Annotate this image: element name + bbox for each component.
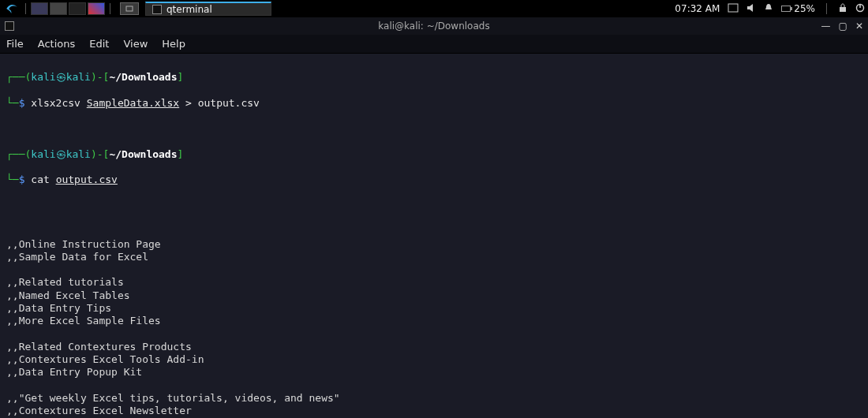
separator [25, 3, 26, 14]
quicklaunch [31, 2, 105, 15]
taskbar-window-button[interactable]: qterminal [145, 2, 271, 16]
cmd-arg: output.csv [56, 174, 118, 185]
menubar: File Actions Edit View Help [0, 35, 868, 54]
terminal-area[interactable]: ┌──(kali㉿kali)-[~/Downloads] └─$ xlsx2cs… [0, 54, 868, 418]
battery-indicator[interactable]: 25% [781, 3, 815, 14]
quicklaunch-item[interactable] [88, 2, 105, 15]
svg-rect-2 [840, 7, 846, 12]
cmd-bin: xlsx2csv [31, 97, 80, 109]
terminal-output: ,,Online Instruction Page ,,Sample Data … [6, 238, 605, 419]
separator [826, 3, 827, 14]
close-button[interactable]: ✕ [855, 21, 863, 32]
menu-edit[interactable]: Edit [89, 38, 109, 50]
prompt-host: kali [66, 148, 91, 160]
workspace-current[interactable] [120, 2, 139, 15]
titlebar-left [5, 21, 14, 31]
prompt-frame: ┌──( [6, 71, 31, 83]
menu-help[interactable]: Help [162, 38, 185, 50]
prompt-frame: )-[ [91, 71, 109, 83]
workspace-switcher-icon[interactable] [728, 3, 739, 15]
cmd-arg: SampleData.xlsx [87, 97, 179, 109]
clock[interactable]: 07:32 AM [675, 3, 720, 14]
minimize-button[interactable]: — [821, 21, 831, 32]
prompt-user: kali [31, 148, 55, 160]
app-icon [5, 21, 14, 31]
prompt-frame: └─ [6, 97, 19, 109]
separator [110, 3, 110, 14]
prompt-frame: ] [178, 71, 184, 83]
svg-rect-1 [728, 4, 738, 12]
svg-rect-0 [126, 6, 133, 11]
menu-view[interactable]: View [123, 38, 148, 50]
prompt-frame: )-[ [91, 148, 109, 160]
prompt-frame: ] [178, 148, 184, 160]
quicklaunch-item[interactable] [31, 2, 48, 15]
prompt-dollar: $ [19, 97, 25, 109]
window-titlebar[interactable]: kali@kali: ~/Downloads — ▢ ✕ [0, 17, 868, 35]
panel-right: 07:32 AM 25% [675, 3, 865, 15]
panel-left: qterminal [3, 2, 271, 16]
battery-percent: 25% [794, 3, 815, 14]
volume-icon[interactable] [746, 3, 756, 15]
cmd-bin: cat [31, 174, 49, 185]
battery-icon [781, 6, 791, 12]
menu-file[interactable]: File [6, 38, 24, 50]
prompt-host: kali [66, 71, 91, 83]
prompt-at: ㉿ [56, 148, 66, 160]
terminal-icon [152, 5, 162, 14]
maximize-button[interactable]: ▢ [839, 21, 847, 32]
window-controls: — ▢ ✕ [821, 21, 863, 32]
prompt-path: ~/Downloads [109, 71, 177, 83]
taskbar-window-label: qterminal [166, 4, 212, 15]
kali-menu-icon[interactable] [3, 2, 21, 16]
prompt-path: ~/Downloads [109, 148, 177, 160]
notification-bell-icon[interactable] [764, 3, 773, 15]
prompt-at: ㉿ [56, 71, 66, 83]
prompt-user: kali [31, 71, 55, 83]
menu-actions[interactable]: Actions [38, 38, 76, 50]
quicklaunch-item[interactable] [69, 2, 86, 15]
lock-icon[interactable] [838, 3, 847, 15]
prompt-dollar: $ [19, 174, 25, 185]
prompt-frame: └─ [6, 174, 19, 185]
power-icon[interactable] [855, 3, 865, 15]
quicklaunch-item[interactable] [50, 2, 67, 15]
cmd-redir: > output.csv [185, 97, 260, 109]
window-title: kali@kali: ~/Downloads [0, 21, 868, 32]
system-panel: qterminal 07:32 AM 25% [0, 0, 868, 17]
prompt-frame: ┌──( [6, 148, 31, 160]
